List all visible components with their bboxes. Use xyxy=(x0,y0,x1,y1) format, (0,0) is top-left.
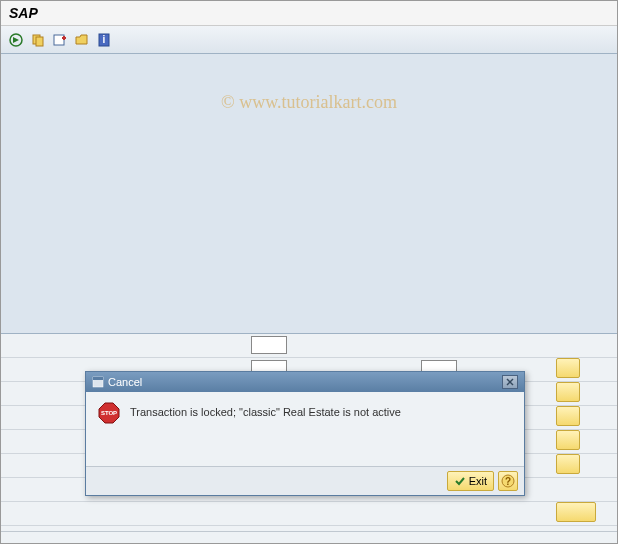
svg-rect-3 xyxy=(54,35,64,45)
watermark: © www.tutorialkart.com xyxy=(221,92,397,113)
dialog-titlebar: Cancel xyxy=(86,372,524,392)
dialog-title: Cancel xyxy=(108,376,142,388)
execute-icon[interactable] xyxy=(7,31,25,49)
dialog-icon xyxy=(92,376,104,388)
action-button[interactable] xyxy=(556,406,580,426)
svg-text:?: ? xyxy=(505,476,511,487)
svg-text:i: i xyxy=(103,34,106,45)
create-icon[interactable] xyxy=(51,31,69,49)
action-button[interactable] xyxy=(556,502,596,522)
help-button[interactable]: ? xyxy=(498,471,518,491)
close-button[interactable] xyxy=(502,375,518,389)
window-title: SAP xyxy=(1,1,617,26)
help-icon: ? xyxy=(501,474,515,488)
open-icon[interactable] xyxy=(73,31,91,49)
content-area: © www.tutorialkart.com xyxy=(1,54,617,334)
status-bar xyxy=(1,531,617,543)
dialog-message: Transaction is locked; "classic" Real Es… xyxy=(130,402,401,422)
action-button[interactable] xyxy=(556,430,580,450)
dialog-footer: Exit ? xyxy=(86,466,524,495)
action-button[interactable] xyxy=(556,454,580,474)
cancel-dialog: Cancel STOP Transaction is locked; "clas… xyxy=(85,371,525,496)
action-button[interactable] xyxy=(556,358,580,378)
action-button[interactable] xyxy=(556,382,580,402)
exit-button[interactable]: Exit xyxy=(447,471,494,491)
input-field[interactable] xyxy=(251,336,287,354)
exit-label: Exit xyxy=(469,475,487,487)
check-icon xyxy=(454,475,466,487)
toolbar: i xyxy=(1,26,617,54)
svg-rect-9 xyxy=(93,377,103,380)
svg-text:STOP: STOP xyxy=(101,410,117,416)
copy-icon[interactable] xyxy=(29,31,47,49)
svg-rect-2 xyxy=(36,37,43,46)
info-icon[interactable]: i xyxy=(95,31,113,49)
stop-icon: STOP xyxy=(98,402,120,424)
